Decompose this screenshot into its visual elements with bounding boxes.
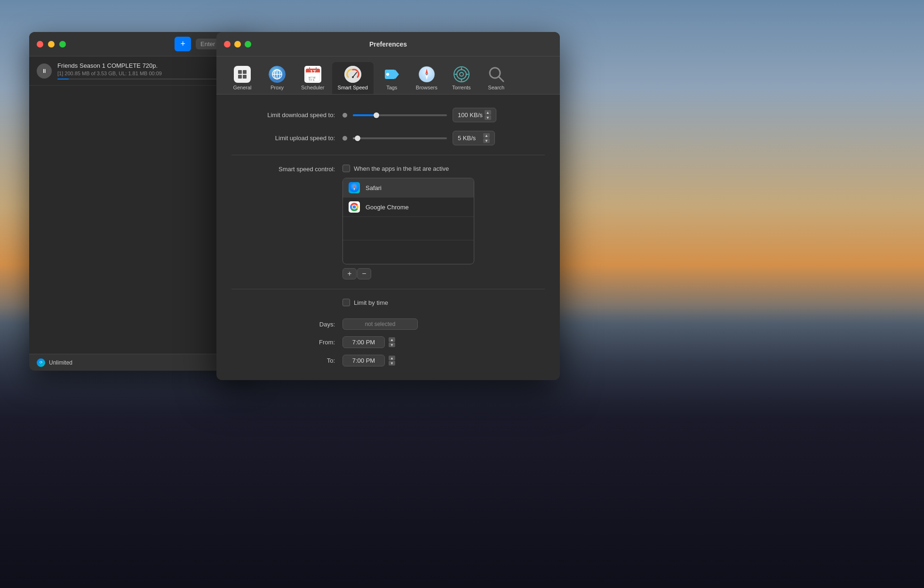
upload-speed-stepper[interactable]: ▲ ▼ xyxy=(483,133,490,143)
to-time-down[interactable]: ▼ xyxy=(389,361,395,366)
tab-search[interactable]: Search xyxy=(480,62,513,94)
pause-button[interactable]: ⏸ xyxy=(37,64,52,79)
torrent-name: Friends Season 1 COMPLETE 720p. xyxy=(57,62,243,69)
smart-speed-checkbox-row: When the apps in the list are active xyxy=(343,165,545,172)
from-time-stepper[interactable]: ▲ ▼ xyxy=(389,337,395,347)
to-time-stepper[interactable]: ▲ ▼ xyxy=(389,356,395,366)
limit-time-checkbox[interactable] xyxy=(343,299,350,306)
chrome-app-name: Google Chrome xyxy=(366,204,409,211)
tab-browsers-label: Browsers xyxy=(416,85,438,90)
upload-speed-slider-container: 5 KB/s ▲ ▼ xyxy=(343,131,545,145)
prefs-toolbar: General Proxy xyxy=(216,56,560,95)
app-list-item-chrome[interactable]: Google Chrome xyxy=(343,198,474,217)
chrome-app-icon xyxy=(349,201,360,213)
separator-2 xyxy=(231,289,545,289)
tab-browsers[interactable]: Browsers xyxy=(410,62,443,94)
torrents-icon xyxy=(453,66,470,83)
tab-smart-speed-label: Smart Speed xyxy=(338,85,368,90)
to-row: To: 7:00 PM ▲ ▼ xyxy=(231,355,545,366)
prefs-maximize-button[interactable] xyxy=(245,41,251,48)
separator-1 xyxy=(231,155,545,155)
from-time-display: 7:00 PM xyxy=(343,336,385,348)
limit-time-label: Limit by time xyxy=(354,299,388,306)
from-time-up[interactable]: ▲ xyxy=(389,337,395,342)
torrent-info: Friends Season 1 COMPLETE 720p. [1] 200.… xyxy=(57,62,243,79)
proxy-icon xyxy=(269,66,286,83)
smart-speed-checkbox-label: When the apps in the list are active xyxy=(354,165,449,172)
svg-point-19 xyxy=(352,76,354,78)
status-icon: ⟳ xyxy=(37,358,45,367)
svg-marker-21 xyxy=(395,70,399,79)
search-icon xyxy=(488,66,505,83)
download-speed-down[interactable]: ▼ xyxy=(485,115,491,120)
torrent-progress-fill xyxy=(57,79,69,79)
upload-speed-dot xyxy=(343,136,347,141)
app-list-empty-2 xyxy=(343,240,474,264)
tab-search-label: Search xyxy=(488,85,504,90)
add-app-button[interactable]: + xyxy=(343,268,357,279)
download-speed-dot xyxy=(343,113,347,118)
minimize-button[interactable] xyxy=(48,41,55,48)
app-list: Safari xyxy=(343,178,474,264)
tab-scheduler-label: Scheduler xyxy=(301,85,325,90)
from-time-down[interactable]: ▼ xyxy=(389,342,395,347)
svg-point-38 xyxy=(353,206,356,209)
tab-smart-speed[interactable]: Smart Speed xyxy=(332,62,374,94)
close-button[interactable] xyxy=(37,41,43,48)
to-time-up[interactable]: ▲ xyxy=(389,356,395,360)
upload-speed-value: 5 KB/s ▲ ▼ xyxy=(453,131,495,145)
tab-proxy[interactable]: Proxy xyxy=(261,62,294,94)
prefs-traffic-lights xyxy=(224,41,251,48)
svg-point-22 xyxy=(386,73,389,76)
svg-point-29 xyxy=(460,72,463,76)
tab-tags-label: Tags xyxy=(386,85,397,90)
download-speed-stepper[interactable]: ▲ ▼ xyxy=(485,110,491,120)
scheduler-icon: 17 M T W T F S xyxy=(304,66,321,83)
tab-tags[interactable]: Tags xyxy=(375,62,408,94)
download-speed-slider[interactable] xyxy=(353,114,447,116)
smart-speed-right: When the apps in the list are active xyxy=(343,165,545,279)
browsers-icon xyxy=(418,66,435,83)
prefs-content: Limit download speed to: 100 KB/s ▲ ▼ Li… xyxy=(216,95,560,380)
download-speed-slider-container: 100 KB/s ▲ ▼ xyxy=(343,108,545,122)
preferences-window: Preferences General xyxy=(216,32,560,380)
prefs-titlebar: Preferences xyxy=(216,32,560,56)
download-speed-up[interactable]: ▲ xyxy=(485,110,491,115)
maximize-button[interactable] xyxy=(59,41,66,48)
time-section: Limit by time Days: not selected From: 7… xyxy=(231,299,545,366)
smart-speed-checkbox[interactable] xyxy=(343,165,350,172)
upload-speed-slider[interactable] xyxy=(353,137,447,139)
days-input[interactable]: not selected xyxy=(343,318,418,330)
svg-line-31 xyxy=(499,77,503,81)
add-torrent-button[interactable]: + xyxy=(175,37,191,51)
prefs-close-button[interactable] xyxy=(224,41,231,48)
remove-app-button[interactable]: − xyxy=(357,268,371,279)
tags-icon xyxy=(383,66,400,83)
general-icon xyxy=(234,66,251,83)
upload-speed-down[interactable]: ▼ xyxy=(483,138,490,143)
tab-scheduler[interactable]: 17 M T W T F S Scheduler xyxy=(295,62,330,94)
download-speed-value: 100 KB/s ▲ ▼ xyxy=(453,108,496,122)
tab-torrents[interactable]: Torrents xyxy=(445,62,478,94)
svg-text:T F S: T F S xyxy=(309,79,315,81)
upload-speed-label: Limit upload speed to: xyxy=(231,135,335,142)
tab-general[interactable]: General xyxy=(226,62,259,94)
limit-time-checkbox-row: Limit by time xyxy=(343,299,388,306)
from-label: From: xyxy=(231,339,335,346)
list-buttons: + − xyxy=(343,268,545,279)
limit-time-row: Limit by time xyxy=(231,299,545,312)
app-list-item-safari[interactable]: Safari xyxy=(343,178,474,198)
to-time-display: 7:00 PM xyxy=(343,355,385,366)
upload-speed-up[interactable]: ▲ xyxy=(483,133,490,138)
upload-speed-row: Limit upload speed to: 5 KB/s ▲ ▼ xyxy=(231,131,545,145)
smart-speed-control-row: Smart speed control: When the apps in th… xyxy=(231,165,545,279)
svg-rect-2 xyxy=(238,75,242,79)
torrent-progress-bar-container xyxy=(57,79,243,79)
prefs-minimize-button[interactable] xyxy=(234,41,241,48)
svg-rect-0 xyxy=(238,70,242,74)
download-speed-row: Limit download speed to: 100 KB/s ▲ ▼ xyxy=(231,108,545,122)
svg-rect-1 xyxy=(243,70,247,74)
app-list-empty-1 xyxy=(343,217,474,240)
from-time-value: 7:00 PM ▲ ▼ xyxy=(343,336,395,348)
from-row: From: 7:00 PM ▲ ▼ xyxy=(231,336,545,348)
